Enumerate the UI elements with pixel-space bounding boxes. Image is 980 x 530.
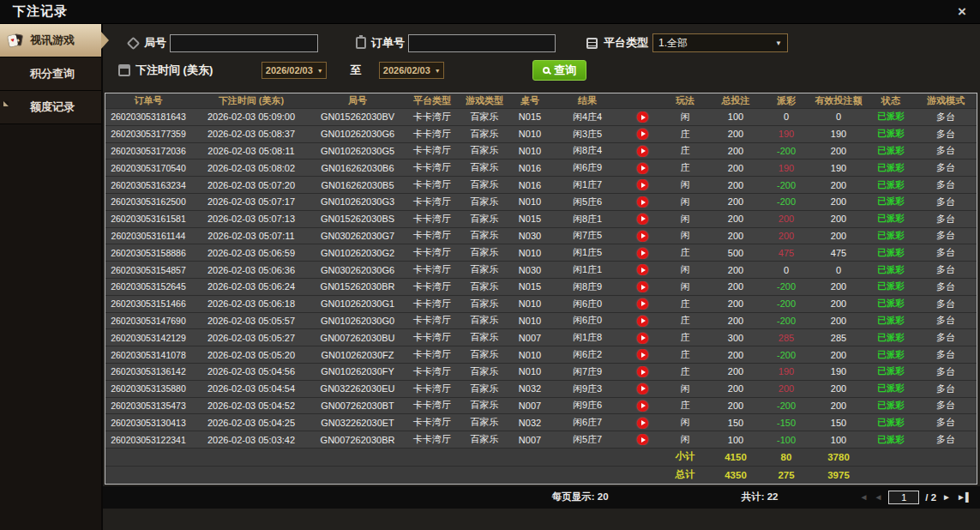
- cell-game-type: 百家乐: [460, 196, 508, 208]
- query-button[interactable]: 查询: [532, 60, 586, 81]
- cell-game-mode: 多台: [915, 433, 977, 446]
- cell-status: 已派彩: [867, 213, 915, 225]
- cell-order-no: 260203053154857: [105, 265, 191, 275]
- cell-result: 闲6庄7: [551, 416, 623, 429]
- column-header-3: 平台类型: [404, 94, 460, 107]
- replay-icon[interactable]: [637, 333, 648, 344]
- cell-game-type: 百家乐: [460, 144, 508, 157]
- replay-icon[interactable]: [637, 231, 648, 242]
- cell-result: 闲3庄5: [551, 128, 623, 141]
- subtotal-row: 小计4150803780: [105, 448, 977, 466]
- replay-icon[interactable]: [637, 349, 648, 360]
- sidebar-item-2[interactable]: 额度记录: [0, 91, 101, 124]
- table-row: 2602030531421292026-02-03 05:05:27GN0072…: [105, 328, 977, 346]
- prev-page-icon[interactable]: ◄: [874, 493, 882, 502]
- cell-payout: 190: [762, 366, 810, 376]
- replay-icon[interactable]: [637, 401, 648, 412]
- subtotal-row-value-0: 4150: [709, 452, 762, 462]
- cell-table-no: N015: [508, 214, 551, 224]
- last-page-icon[interactable]: ►▌: [957, 493, 971, 502]
- cell-play: 闲: [661, 229, 709, 242]
- sidebar-item-1[interactable]: 积分查询: [0, 57, 101, 91]
- cell-game-type: 百家乐: [460, 433, 508, 446]
- cell-play: 庄: [661, 246, 709, 259]
- replay-icon[interactable]: [637, 111, 648, 123]
- round-number-input[interactable]: [170, 34, 318, 52]
- cell-status: 已派彩: [867, 434, 915, 446]
- replay-icon[interactable]: [637, 434, 648, 445]
- cell-total-bet: 200: [709, 129, 762, 139]
- cell-result: 闲1庄5: [551, 246, 623, 259]
- cell-valid-bet: 100: [810, 435, 867, 445]
- cell-payout: -150: [762, 418, 810, 428]
- cell-game-mode: 多台: [915, 246, 977, 259]
- cell-game-mode: 多台: [915, 348, 977, 361]
- table-row: 2602030531476902026-02-03 05:05:57GN0102…: [105, 312, 977, 329]
- cell-total-bet: 200: [709, 383, 762, 394]
- cell-valid-bet: 200: [810, 196, 867, 207]
- cell-order-no: 260203053161581: [105, 214, 191, 224]
- cell-platform: 卡卡湾厅: [404, 331, 460, 344]
- cell-game-mode: 多台: [915, 399, 977, 412]
- replay-icon[interactable]: [637, 316, 648, 327]
- replay-icon[interactable]: [637, 418, 648, 429]
- cell-status: 已派彩: [867, 162, 915, 174]
- replay-icon[interactable]: [637, 281, 648, 292]
- page-number-input[interactable]: [888, 491, 919, 504]
- cell-game-mode: 多台: [915, 365, 977, 378]
- replay-icon[interactable]: [637, 163, 648, 174]
- cell-payout: 0: [762, 265, 810, 275]
- replay-icon[interactable]: [637, 366, 648, 377]
- cell-valid-bet: 200: [810, 316, 867, 326]
- cell-round-no: GN007262030BR: [311, 435, 404, 445]
- first-page-icon[interactable]: ◄: [860, 493, 869, 502]
- cell-game-mode: 多台: [915, 161, 977, 174]
- date-to-select[interactable]: 2026/02/03 ▼: [379, 62, 444, 79]
- sidebar-item-0[interactable]: ♠♥视讯游戏: [0, 24, 101, 57]
- close-icon[interactable]: ×: [954, 4, 970, 19]
- cell-game-type: 百家乐: [460, 263, 508, 276]
- subtotal-row-label: 小计: [661, 450, 709, 463]
- table-row: 2602030531358802026-02-03 05:04:54GN0322…: [105, 380, 977, 397]
- table-row: 2602030531514662026-02-03 05:06:18GN0102…: [105, 295, 977, 312]
- replay-cell: [623, 349, 661, 361]
- cell-total-bet: 200: [709, 298, 762, 309]
- cell-bet-time: 2026-02-03 05:05:57: [191, 316, 311, 326]
- cell-play: 闲: [661, 178, 709, 191]
- cell-table-no: N030: [508, 231, 551, 241]
- replay-cell: [623, 298, 661, 310]
- next-page-icon[interactable]: ►: [942, 493, 951, 502]
- replay-icon[interactable]: [637, 129, 648, 140]
- cell-result: 闲7庄5: [551, 229, 623, 242]
- cell-game-mode: 多台: [915, 416, 977, 429]
- cell-round-no: GN016262030B5: [311, 180, 404, 190]
- replay-icon[interactable]: [637, 179, 648, 190]
- cell-platform: 卡卡湾厅: [404, 314, 460, 327]
- cell-game-type: 百家乐: [460, 365, 508, 378]
- cell-platform: 卡卡湾厅: [404, 433, 460, 446]
- cell-game-mode: 多台: [915, 280, 977, 293]
- cell-order-no: 260203053181643: [105, 111, 191, 122]
- replay-icon[interactable]: [637, 248, 648, 259]
- replay-icon[interactable]: [637, 298, 648, 310]
- platform-type-select[interactable]: 1.全部 ▼: [652, 33, 788, 52]
- cell-status: 已派彩: [867, 298, 915, 310]
- cell-total-bet: 200: [709, 350, 762, 360]
- cell-play: 庄: [661, 161, 709, 174]
- cell-round-no: GN010262030G5: [311, 146, 404, 156]
- replay-cell: [623, 128, 661, 140]
- replay-icon[interactable]: [637, 196, 648, 208]
- cell-total-bet: 100: [709, 435, 762, 445]
- cell-status: 已派彩: [867, 382, 915, 394]
- date-from-select[interactable]: 2026/02/03 ▼: [262, 62, 327, 79]
- replay-icon[interactable]: [637, 214, 648, 225]
- cell-valid-bet: 285: [810, 333, 867, 343]
- cell-valid-bet: 200: [810, 383, 867, 394]
- order-number-input[interactable]: [408, 34, 556, 52]
- replay-icon[interactable]: [637, 146, 648, 157]
- replay-icon[interactable]: [637, 264, 648, 275]
- table-row: 2602030531548572026-02-03 05:06:36GN0302…: [105, 261, 977, 278]
- cell-valid-bet: 200: [810, 298, 867, 309]
- replay-icon[interactable]: [637, 383, 648, 394]
- table-row: 2602030531304132026-02-03 05:04:25GN0322…: [105, 413, 977, 431]
